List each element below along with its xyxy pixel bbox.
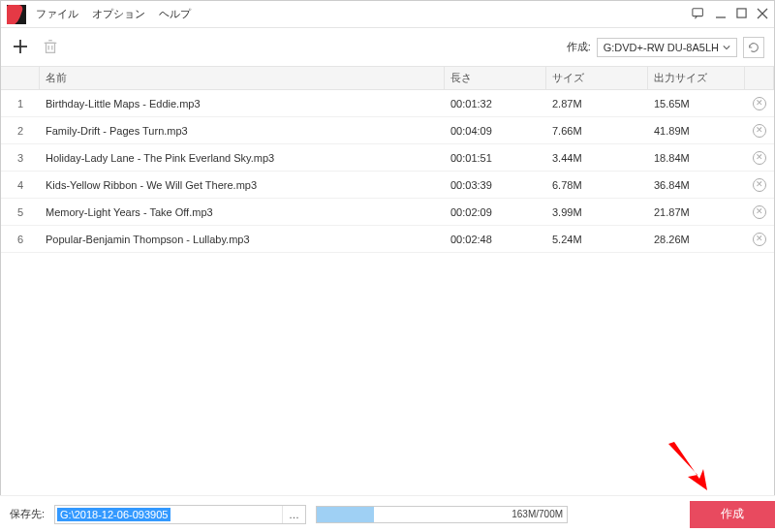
row-duration: 00:02:48 bbox=[445, 226, 546, 252]
col-out-size[interactable]: 出力サイズ bbox=[648, 67, 745, 89]
row-out-size: 41.89M bbox=[648, 117, 745, 143]
add-button[interactable] bbox=[11, 37, 30, 58]
capacity-progress: 163M/700M bbox=[316, 506, 568, 523]
menu-option[interactable]: オプション bbox=[92, 7, 145, 21]
row-out-size: 28.26M bbox=[648, 226, 745, 252]
maximize-icon[interactable] bbox=[736, 8, 747, 20]
row-delete[interactable]: ✕ bbox=[745, 172, 774, 198]
table-body: 1Birthday-Little Maps - Eddie.mp300:01:3… bbox=[1, 90, 774, 492]
col-index bbox=[1, 67, 40, 89]
drive-select[interactable]: G:DVD+-RW DU-8A5LH bbox=[597, 38, 737, 57]
col-delete bbox=[745, 67, 774, 89]
capacity-progress-fill bbox=[317, 507, 374, 522]
row-duration: 00:02:09 bbox=[445, 199, 546, 225]
chevron-down-icon bbox=[723, 42, 730, 53]
row-delete[interactable]: ✕ bbox=[745, 199, 774, 225]
row-index: 5 bbox=[1, 199, 40, 225]
capacity-progress-text: 163M/700M bbox=[512, 507, 563, 522]
remove-icon[interactable]: ✕ bbox=[753, 151, 766, 165]
delete-button[interactable] bbox=[42, 38, 59, 57]
row-duration: 00:03:39 bbox=[445, 172, 546, 198]
refresh-button[interactable] bbox=[743, 37, 764, 58]
table-row[interactable]: 5Memory-Light Years - Take Off.mp300:02:… bbox=[1, 199, 774, 226]
row-name: Family-Drift - Pages Turn.mp3 bbox=[40, 117, 445, 143]
row-index: 4 bbox=[1, 172, 40, 198]
svg-rect-7 bbox=[46, 43, 55, 52]
table-header: 名前 長さ サイズ 出力サイズ bbox=[1, 67, 774, 90]
row-duration: 00:01:32 bbox=[445, 90, 546, 116]
row-name: Holiday-Lady Lane - The Pink Everland Sk… bbox=[40, 144, 445, 171]
save-path-input[interactable]: G:\2018-12-06-093905 … bbox=[54, 505, 306, 524]
row-name: Kids-Yellow Ribbon - We Will Get There.m… bbox=[40, 172, 445, 198]
row-name: Birthday-Little Maps - Eddie.mp3 bbox=[40, 90, 445, 116]
save-path-value: G:\2018-12-06-093905 bbox=[57, 508, 170, 521]
row-delete[interactable]: ✕ bbox=[745, 90, 774, 116]
row-size: 2.87M bbox=[546, 90, 648, 116]
table-row[interactable]: 6Popular-Benjamin Thompson - Lullaby.mp3… bbox=[1, 226, 774, 253]
remove-icon[interactable]: ✕ bbox=[753, 178, 766, 192]
col-size[interactable]: サイズ bbox=[546, 67, 648, 89]
table-row[interactable]: 4Kids-Yellow Ribbon - We Will Get There.… bbox=[1, 172, 774, 199]
save-to-label: 保存先: bbox=[10, 507, 45, 521]
menu-bar: ファイル オプション ヘルプ bbox=[36, 7, 191, 21]
row-out-size: 36.84M bbox=[648, 172, 745, 198]
feedback-icon[interactable] bbox=[692, 7, 705, 22]
row-out-size: 21.87M bbox=[648, 199, 745, 225]
menu-help[interactable]: ヘルプ bbox=[159, 7, 191, 21]
row-name: Memory-Light Years - Take Off.mp3 bbox=[40, 199, 445, 225]
footer: 保存先: G:\2018-12-06-093905 … 163M/700M 作成 bbox=[0, 495, 775, 532]
row-name: Popular-Benjamin Thompson - Lullaby.mp3 bbox=[40, 226, 445, 252]
row-out-size: 15.65M bbox=[648, 90, 745, 116]
table-row[interactable]: 1Birthday-Little Maps - Eddie.mp300:01:3… bbox=[1, 90, 774, 117]
row-index: 3 bbox=[1, 144, 40, 171]
menu-file[interactable]: ファイル bbox=[36, 7, 78, 21]
browse-button[interactable]: … bbox=[282, 506, 305, 523]
minimize-icon[interactable] bbox=[715, 8, 727, 21]
drive-select-value: G:DVD+-RW DU-8A5LH bbox=[604, 42, 719, 53]
row-size: 6.78M bbox=[546, 172, 648, 198]
col-duration[interactable]: 長さ bbox=[445, 67, 546, 89]
create-button[interactable]: 作成 bbox=[690, 501, 775, 528]
row-index: 6 bbox=[1, 226, 40, 252]
remove-icon[interactable]: ✕ bbox=[753, 205, 766, 219]
svg-rect-0 bbox=[693, 8, 703, 16]
remove-icon[interactable]: ✕ bbox=[753, 97, 766, 110]
table-row[interactable]: 3Holiday-Lady Lane - The Pink Everland S… bbox=[1, 144, 774, 172]
row-size: 5.24M bbox=[546, 226, 648, 252]
toolbar: 作成: G:DVD+-RW DU-8A5LH bbox=[1, 28, 774, 67]
row-delete[interactable]: ✕ bbox=[745, 226, 774, 252]
row-duration: 00:01:51 bbox=[445, 144, 546, 171]
row-out-size: 18.84M bbox=[648, 144, 745, 171]
row-index: 2 bbox=[1, 117, 40, 143]
close-icon[interactable] bbox=[757, 8, 768, 21]
titlebar: ファイル オプション ヘルプ bbox=[1, 1, 774, 28]
window-controls bbox=[692, 7, 768, 22]
table-row[interactable]: 2Family-Drift - Pages Turn.mp300:04:097.… bbox=[1, 117, 774, 144]
remove-icon[interactable]: ✕ bbox=[753, 233, 766, 246]
row-size: 7.66M bbox=[546, 117, 648, 143]
row-size: 3.44M bbox=[546, 144, 648, 171]
remove-icon[interactable]: ✕ bbox=[753, 124, 766, 138]
app-logo bbox=[7, 5, 26, 24]
row-size: 3.99M bbox=[546, 199, 648, 225]
create-drive-label: 作成: bbox=[567, 40, 591, 54]
col-name[interactable]: 名前 bbox=[40, 67, 445, 89]
row-delete[interactable]: ✕ bbox=[745, 117, 774, 143]
svg-rect-2 bbox=[737, 9, 746, 17]
row-delete[interactable]: ✕ bbox=[745, 144, 774, 171]
row-duration: 00:04:09 bbox=[445, 117, 546, 143]
row-index: 1 bbox=[1, 90, 40, 116]
